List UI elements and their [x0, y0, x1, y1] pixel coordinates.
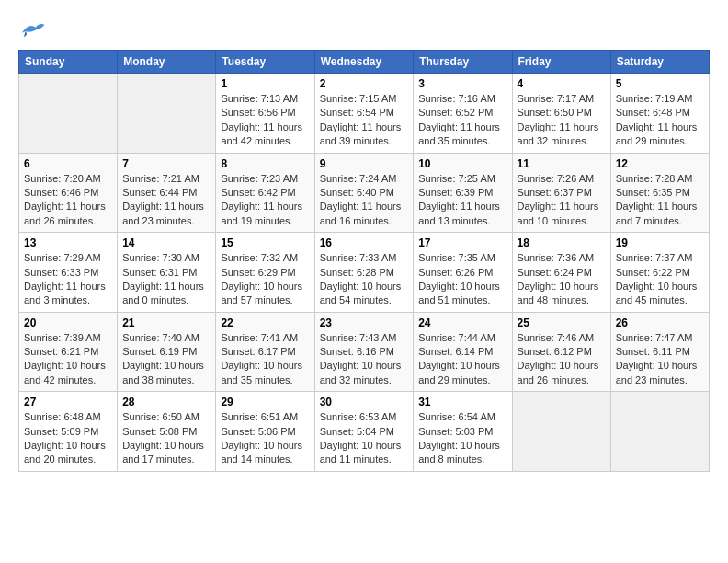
day-info: Sunrise: 7:26 AM Sunset: 6:37 PM Dayligh…	[518, 172, 606, 229]
day-number: 23	[320, 316, 409, 329]
day-number: 21	[122, 316, 210, 329]
day-number: 5	[616, 77, 704, 90]
day-info: Sunrise: 7:36 AM Sunset: 6:24 PM Dayligh…	[518, 251, 606, 308]
calendar-week-3: 13Sunrise: 7:29 AM Sunset: 6:33 PM Dayli…	[19, 233, 710, 313]
day-number: 20	[24, 316, 112, 329]
day-info: Sunrise: 7:23 AM Sunset: 6:42 PM Dayligh…	[221, 172, 309, 229]
day-number: 12	[616, 157, 704, 170]
day-info: Sunrise: 7:37 AM Sunset: 6:22 PM Dayligh…	[616, 251, 704, 308]
day-number: 8	[221, 157, 309, 170]
calendar-cell: 26Sunrise: 7:47 AM Sunset: 6:11 PM Dayli…	[610, 312, 709, 392]
day-info: Sunrise: 7:13 AM Sunset: 6:56 PM Dayligh…	[221, 92, 309, 149]
day-number: 27	[24, 396, 112, 408]
calendar-cell: 15Sunrise: 7:32 AM Sunset: 6:29 PM Dayli…	[216, 233, 314, 313]
day-number: 3	[418, 77, 506, 90]
calendar-cell: 29Sunrise: 6:51 AM Sunset: 5:06 PM Dayli…	[216, 392, 314, 472]
calendar-cell: 21Sunrise: 7:40 AM Sunset: 6:19 PM Dayli…	[118, 312, 216, 392]
calendar-cell: 27Sunrise: 6:48 AM Sunset: 5:09 PM Dayli…	[19, 392, 118, 472]
day-number: 26	[616, 316, 704, 329]
calendar-cell: 13Sunrise: 7:29 AM Sunset: 6:33 PM Dayli…	[19, 233, 118, 313]
calendar-cell: 24Sunrise: 7:44 AM Sunset: 6:14 PM Dayli…	[414, 312, 512, 392]
day-number: 4	[518, 77, 606, 90]
calendar-cell: 9Sunrise: 7:24 AM Sunset: 6:40 PM Daylig…	[314, 153, 414, 233]
day-info: Sunrise: 7:40 AM Sunset: 6:19 PM Dayligh…	[122, 331, 210, 388]
calendar-cell: 4Sunrise: 7:17 AM Sunset: 6:50 PM Daylig…	[512, 74, 610, 154]
day-number: 1	[221, 77, 309, 90]
day-header-monday: Monday	[118, 51, 216, 74]
calendar-cell: 11Sunrise: 7:26 AM Sunset: 6:37 PM Dayli…	[512, 153, 610, 233]
calendar-cell: 3Sunrise: 7:16 AM Sunset: 6:52 PM Daylig…	[414, 74, 512, 154]
day-header-sunday: Sunday	[19, 51, 118, 74]
day-info: Sunrise: 7:25 AM Sunset: 6:39 PM Dayligh…	[418, 172, 506, 229]
day-info: Sunrise: 6:50 AM Sunset: 5:08 PM Dayligh…	[122, 410, 210, 467]
day-info: Sunrise: 7:43 AM Sunset: 6:16 PM Dayligh…	[320, 331, 409, 388]
calendar-cell: 23Sunrise: 7:43 AM Sunset: 6:16 PM Dayli…	[314, 312, 414, 392]
calendar-cell: 10Sunrise: 7:25 AM Sunset: 6:39 PM Dayli…	[414, 153, 512, 233]
day-info: Sunrise: 7:29 AM Sunset: 6:33 PM Dayligh…	[24, 251, 112, 308]
day-info: Sunrise: 7:28 AM Sunset: 6:35 PM Dayligh…	[616, 172, 704, 229]
day-number: 13	[24, 236, 112, 249]
day-info: Sunrise: 6:48 AM Sunset: 5:09 PM Dayligh…	[24, 410, 112, 467]
day-info: Sunrise: 7:35 AM Sunset: 6:26 PM Dayligh…	[418, 251, 506, 308]
day-number: 16	[320, 236, 409, 249]
calendar-cell: 31Sunrise: 6:54 AM Sunset: 5:03 PM Dayli…	[414, 392, 512, 472]
day-number: 24	[418, 316, 506, 329]
day-header-friday: Friday	[512, 51, 610, 74]
day-info: Sunrise: 7:41 AM Sunset: 6:17 PM Dayligh…	[221, 331, 309, 388]
day-info: Sunrise: 7:47 AM Sunset: 6:11 PM Dayligh…	[616, 331, 704, 388]
calendar-cell: 14Sunrise: 7:30 AM Sunset: 6:31 PM Dayli…	[118, 233, 216, 313]
logo	[18, 18, 50, 40]
day-info: Sunrise: 7:16 AM Sunset: 6:52 PM Dayligh…	[418, 92, 506, 149]
day-info: Sunrise: 7:46 AM Sunset: 6:12 PM Dayligh…	[518, 331, 606, 388]
day-number: 6	[24, 157, 112, 170]
calendar-cell: 17Sunrise: 7:35 AM Sunset: 6:26 PM Dayli…	[414, 233, 512, 313]
day-number: 30	[320, 396, 409, 408]
day-info: Sunrise: 7:32 AM Sunset: 6:29 PM Dayligh…	[221, 251, 309, 308]
calendar-cell: 30Sunrise: 6:53 AM Sunset: 5:04 PM Dayli…	[314, 392, 414, 472]
calendar-cell	[19, 74, 118, 154]
day-info: Sunrise: 7:19 AM Sunset: 6:48 PM Dayligh…	[616, 92, 704, 149]
day-number: 2	[320, 77, 409, 90]
day-number: 7	[122, 157, 210, 170]
calendar-week-5: 27Sunrise: 6:48 AM Sunset: 5:09 PM Dayli…	[19, 392, 710, 472]
day-info: Sunrise: 7:30 AM Sunset: 6:31 PM Dayligh…	[122, 251, 210, 308]
calendar-week-4: 20Sunrise: 7:39 AM Sunset: 6:21 PM Dayli…	[19, 312, 710, 392]
calendar-cell: 18Sunrise: 7:36 AM Sunset: 6:24 PM Dayli…	[512, 233, 610, 313]
page-header	[18, 18, 710, 40]
calendar-table: SundayMondayTuesdayWednesdayThursdayFrid…	[18, 50, 710, 472]
calendar-cell: 22Sunrise: 7:41 AM Sunset: 6:17 PM Dayli…	[216, 312, 314, 392]
day-number: 31	[418, 396, 506, 408]
calendar-week-2: 6Sunrise: 7:20 AM Sunset: 6:46 PM Daylig…	[19, 153, 710, 233]
calendar-cell: 1Sunrise: 7:13 AM Sunset: 6:56 PM Daylig…	[216, 74, 314, 154]
day-header-saturday: Saturday	[610, 51, 709, 74]
calendar-cell: 8Sunrise: 7:23 AM Sunset: 6:42 PM Daylig…	[216, 153, 314, 233]
calendar-cell: 7Sunrise: 7:21 AM Sunset: 6:44 PM Daylig…	[118, 153, 216, 233]
day-number: 25	[518, 316, 606, 329]
day-number: 15	[221, 236, 309, 249]
day-number: 19	[616, 236, 704, 249]
calendar-cell: 5Sunrise: 7:19 AM Sunset: 6:48 PM Daylig…	[610, 74, 709, 154]
day-number: 9	[320, 157, 409, 170]
day-info: Sunrise: 7:17 AM Sunset: 6:50 PM Dayligh…	[518, 92, 606, 149]
day-number: 28	[122, 396, 210, 408]
day-info: Sunrise: 6:54 AM Sunset: 5:03 PM Dayligh…	[418, 410, 506, 467]
calendar-cell	[512, 392, 610, 472]
day-header-wednesday: Wednesday	[314, 51, 414, 74]
day-number: 11	[518, 157, 606, 170]
day-info: Sunrise: 7:33 AM Sunset: 6:28 PM Dayligh…	[320, 251, 409, 308]
calendar-cell: 16Sunrise: 7:33 AM Sunset: 6:28 PM Dayli…	[314, 233, 414, 313]
day-number: 14	[122, 236, 210, 249]
day-number: 29	[221, 396, 309, 408]
calendar-cell	[118, 74, 216, 154]
day-number: 17	[418, 236, 506, 249]
day-info: Sunrise: 7:15 AM Sunset: 6:54 PM Dayligh…	[320, 92, 409, 149]
calendar-cell: 19Sunrise: 7:37 AM Sunset: 6:22 PM Dayli…	[610, 233, 709, 313]
calendar-cell	[610, 392, 709, 472]
calendar-cell: 28Sunrise: 6:50 AM Sunset: 5:08 PM Dayli…	[118, 392, 216, 472]
calendar-cell: 25Sunrise: 7:46 AM Sunset: 6:12 PM Dayli…	[512, 312, 610, 392]
day-header-tuesday: Tuesday	[216, 51, 314, 74]
day-info: Sunrise: 7:21 AM Sunset: 6:44 PM Dayligh…	[122, 172, 210, 229]
day-info: Sunrise: 7:24 AM Sunset: 6:40 PM Dayligh…	[320, 172, 409, 229]
day-info: Sunrise: 7:44 AM Sunset: 6:14 PM Dayligh…	[418, 331, 506, 388]
calendar-cell: 20Sunrise: 7:39 AM Sunset: 6:21 PM Dayli…	[19, 312, 118, 392]
